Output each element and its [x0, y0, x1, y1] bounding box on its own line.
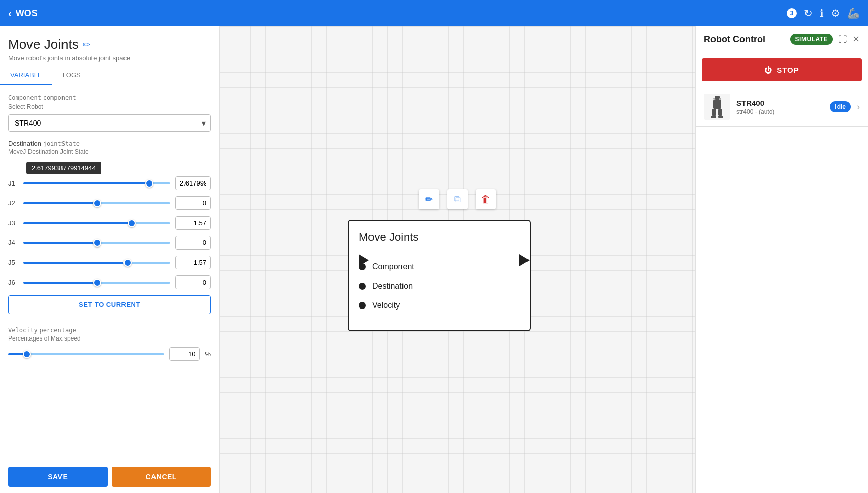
tabs: VARIABLE LOGS [0, 66, 219, 85]
joint-j6-label: J6 [8, 279, 18, 286]
canvas-edit-button[interactable]: ✏ [419, 189, 439, 209]
refresh-icon[interactable]: ↻ [804, 7, 813, 19]
panel-body: Component component Select Robot STR400 … [0, 85, 219, 460]
destination-label: Destination jointState [8, 140, 211, 147]
joint-j5-slider[interactable] [23, 262, 170, 264]
joint-j5-row: J5 [8, 256, 211, 269]
joint-j2-label: J2 [8, 199, 18, 207]
joint-j1-input[interactable] [175, 176, 211, 190]
svg-rect-5 [718, 116, 723, 118]
stop-button[interactable]: ⏻ STOP [702, 58, 862, 81]
card-destination-label: Destination [372, 282, 413, 291]
card-component-label: Component [372, 262, 414, 271]
velocity-label: Velocity percentage [8, 326, 211, 334]
svg-rect-3 [718, 109, 722, 116]
j1-tooltip: 2.6179938779914944 [26, 162, 101, 174]
robot-config-icon[interactable]: 🦾 [847, 7, 860, 19]
joint-j4-input[interactable] [175, 236, 211, 250]
joint-j2-slider[interactable] [23, 202, 170, 204]
joint-j1-slider[interactable] [23, 182, 170, 184]
joint-j5-input[interactable] [175, 256, 211, 269]
info-icon[interactable]: ℹ [820, 7, 824, 19]
joint-j4-label: J4 [8, 239, 18, 246]
joint-j6-slider[interactable] [23, 282, 170, 284]
joint-j4-row: J4 [8, 236, 211, 250]
notification-badge[interactable]: 3 [787, 8, 797, 18]
robot-sub: str400 - (auto) [736, 108, 824, 115]
fullscreen-icon[interactable]: ⛶ [838, 34, 847, 45]
back-nav[interactable]: ‹ WOS [8, 8, 38, 19]
left-panel: Move Joints ✏ Move robot's joints in abs… [0, 26, 220, 493]
app-title: WOS [16, 8, 38, 19]
dot-component-icon [359, 263, 366, 270]
robot-list-item[interactable]: STR400 str400 - (auto) Idle › [696, 87, 868, 127]
velocity-slider[interactable] [8, 353, 164, 355]
action-buttons: SAVE CANCEL [0, 460, 219, 493]
component-label: Component component [8, 94, 211, 101]
joint-j6-input[interactable] [175, 275, 211, 289]
close-icon[interactable]: ✕ [852, 34, 860, 45]
panel-title-row: Move Joints ✏ [8, 37, 211, 52]
joint-j1-label: J1 [8, 179, 18, 187]
stop-label: STOP [777, 66, 799, 74]
card-item-destination: Destination [359, 282, 519, 291]
joint-j2-row: J2 [8, 196, 211, 210]
joint-j3-row: J3 [8, 216, 211, 230]
trash-icon: 🗑 [481, 194, 491, 205]
velocity-input[interactable] [169, 347, 200, 361]
joint-j2-input[interactable] [175, 196, 211, 210]
joint-j4-slider[interactable] [23, 242, 170, 244]
velocity-section: Velocity percentage Percentages of Max s… [8, 326, 211, 361]
top-bar-actions: 3 ↻ ℹ ⚙ 🦾 [787, 7, 860, 19]
joint-j3-input[interactable] [175, 216, 211, 230]
svg-rect-2 [712, 109, 716, 116]
card-title: Move Joints [359, 231, 519, 244]
top-bar: ‹ WOS 3 ↻ ℹ ⚙ 🦾 [0, 0, 868, 26]
edit-title-icon[interactable]: ✏ [83, 39, 90, 50]
card-item-component: Component [359, 262, 519, 271]
component-sublabel: Select Robot [8, 103, 211, 110]
simulate-badge[interactable]: SIMULATE [790, 34, 833, 45]
velocity-row: % [8, 347, 211, 361]
copy-icon: ⧉ [454, 194, 461, 205]
joint-j3-label: J3 [8, 219, 18, 227]
tab-variable[interactable]: VARIABLE [0, 66, 52, 85]
velocity-sublabel: Percentages of Max speed [8, 335, 211, 342]
right-panel: Robot Control SIMULATE ⛶ ✕ ⏻ STOP [695, 26, 868, 493]
tab-logs[interactable]: LOGS [52, 66, 91, 85]
panel-title-text: Move Joints [8, 37, 79, 52]
robot-info: STR400 str400 - (auto) [736, 99, 824, 115]
component-select[interactable]: STR400 [8, 114, 211, 132]
destination-section: Destination jointState MoveJ Destination… [8, 140, 211, 322]
canvas-copy-button[interactable]: ⧉ [447, 189, 468, 209]
joint-j6-row: J6 [8, 275, 211, 289]
panel-header: Move Joints ✏ Move robot's joints in abs… [0, 26, 219, 66]
main-content: Move Joints ✏ Move robot's joints in abs… [0, 26, 868, 493]
robot-name: STR400 [736, 99, 824, 107]
svg-point-6 [713, 98, 715, 100]
canvas-delete-button[interactable]: 🗑 [476, 189, 496, 209]
right-panel-header: Robot Control SIMULATE ⛶ ✕ [696, 26, 868, 52]
dot-destination-icon [359, 283, 366, 290]
save-button[interactable]: SAVE [8, 467, 108, 487]
set-to-current-button[interactable]: SET TO CURRENT [8, 295, 211, 314]
joint-j3-slider[interactable] [23, 222, 170, 224]
idle-status-badge: Idle [830, 101, 851, 112]
destination-sublabel: MoveJ Destination Joint State [8, 148, 211, 156]
robot-svg-icon [707, 95, 727, 119]
svg-rect-0 [715, 96, 720, 100]
svg-rect-4 [711, 116, 716, 118]
svg-point-7 [719, 98, 721, 100]
joint-j5-label: J5 [8, 259, 18, 266]
power-icon: ⏻ [764, 66, 772, 74]
canvas-toolbar: ✏ ⧉ 🗑 [419, 189, 496, 209]
play-right-icon [519, 254, 530, 266]
back-chevron-icon: ‹ [8, 8, 12, 19]
robot-chevron-icon: › [857, 102, 860, 112]
panel-subtitle: Move robot's joints in absolute joint sp… [8, 54, 211, 62]
cancel-button[interactable]: CANCEL [112, 467, 211, 487]
robot-thumbnail [704, 94, 730, 120]
edit-pencil-icon: ✏ [425, 193, 433, 205]
settings-icon[interactable]: ⚙ [831, 7, 840, 19]
canvas-area: ✏ ⧉ 🗑 Move Joints Component [220, 26, 695, 493]
